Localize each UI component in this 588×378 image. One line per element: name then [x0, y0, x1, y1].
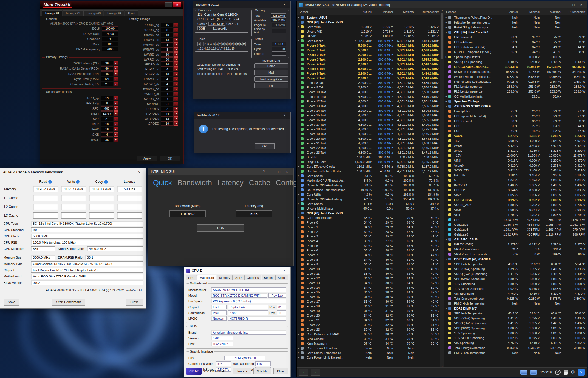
sensor-row[interactable]: E-core 15 Takt4,300.0 ...800.0 MHz4,301.…: [297, 113, 440, 118]
dropdown-arrow-icon[interactable]: ▼: [174, 57, 178, 62]
expand-icon[interactable]: ▶: [444, 56, 448, 58]
expand-icon[interactable]: ▶: [444, 16, 448, 19]
sensor-row[interactable]: CPU1,318 RPM478 RPM1,356 RPM1,126 RPM: [444, 217, 587, 222]
sensor-row[interactable]: ▶Core Effective Clocks130.3 MHz0.5 MHz5,…: [297, 164, 440, 169]
dropdown-arrow-icon[interactable]: ▼: [114, 111, 118, 116]
cpuz-titlebar[interactable]: CPU-Z — ×: [184, 267, 290, 274]
sensor-row[interactable]: Total Energieverbrauch0.625 W0.250 W5.87…: [444, 296, 587, 301]
sensor-row[interactable]: 3VSB_ATX3.424 V3.408 V3.424 V3.419 V: [444, 168, 587, 173]
sensor-row[interactable]: P-core 633 °C28 °C61 °C49 °C: [297, 248, 440, 253]
sensor-row[interactable]: Maximale CPU-/Thread-Au...5.4 %0.0 %100.…: [297, 178, 440, 183]
sensor-row[interactable]: PMIC High TemperaturNeinNeinNein: [444, 301, 587, 306]
sensor-row[interactable]: P-core 6 Takt2,900.0 ...800.0 MHz5,801.4…: [297, 71, 440, 76]
test-cell[interactable]: 5: [213, 42, 216, 46]
sse-selector[interactable]: SSE: [197, 26, 206, 30]
sensor-row[interactable]: VDDQ (SWB) Spannung1.410 V1.395 V1.410 V…: [444, 271, 587, 276]
sensor-row[interactable]: CPU31 °C27 °C63 °C44 °C: [444, 124, 587, 128]
sensor-row[interactable]: P-core 1 Takt5,500.0 ...800.0 MHz5,801.4…: [297, 48, 440, 52]
expand-icon[interactable]: ▼: [297, 40, 301, 42]
sensor-row[interactable]: E-core 2332 °C32 °C60 °C51 °C: [297, 327, 440, 332]
test-cell[interactable]: 6: [216, 42, 219, 46]
expand-icon[interactable]: ▼: [444, 258, 448, 260]
sensor-row[interactable]: SPD Hub Temperatur43.0 °C32.0 °C63.8 °C5…: [444, 262, 587, 267]
test-cell[interactable]: 4: [210, 42, 213, 46]
test-cell[interactable]: 10: [228, 42, 231, 46]
sensor-row[interactable]: VRM Vcore Strom21 A1 A131 A71 A: [444, 247, 587, 252]
sensor-row[interactable]: E-core 12 Takt4,300.0 ...800.0 MHz4,301.…: [297, 99, 440, 104]
sensor-row[interactable]: VTT1.040 V1.024 V1.040 V1.040 V: [444, 178, 587, 183]
sensor-scrollbar[interactable]: ▲ ▼: [440, 8, 444, 368]
close-button[interactable]: ×: [281, 113, 288, 117]
sensor-row[interactable]: ▶Core Power Limit Exceed...NeinNeinNein: [297, 355, 440, 360]
close-button[interactable]: ×: [281, 269, 288, 273]
sensor-row[interactable]: P-core 3 Takt2,900.0 ...800.0 MHz5,801.4…: [297, 57, 440, 62]
dropdown-arrow-icon[interactable]: ▼: [174, 38, 178, 42]
tab-about[interactable]: About: [125, 10, 138, 16]
sensor-row[interactable]: Total Energieverbrauch0.750 W0.375 W5.87…: [444, 345, 587, 350]
info-icon[interactable]: i: [104, 180, 108, 184]
close-button[interactable]: Close: [273, 368, 288, 374]
sensor-row[interactable]: E-core 18 Takt4,300.0 ...800.0 MHz4,301.…: [297, 127, 440, 131]
sensor-row[interactable]: PL1 Leistungsgrenze253.0 W253.0 W253.0 W…: [444, 84, 587, 89]
expand-icon[interactable]: ▶: [297, 347, 301, 349]
mlc-nav-cache[interactable]: Cache: [249, 179, 270, 187]
dropdown-arrow-icon[interactable]: ▼: [174, 82, 178, 86]
info-icon[interactable]: i: [48, 180, 52, 184]
mail-button[interactable]: Mail: [254, 70, 288, 75]
sensor-row[interactable]: CPU Gesamt37 °C34 °C75 °C53 °C: [444, 35, 587, 40]
dropdown-arrow-icon[interactable]: ▼: [114, 101, 118, 105]
sensor-row[interactable]: ▼Core Temperatures35 °C28 °C70 °C50 °C: [297, 215, 440, 220]
close-button[interactable]: ×: [281, 3, 288, 7]
sensor-row[interactable]: P-core 433 °C27 °C65 °C49 °C: [297, 239, 440, 243]
testmem5-titlebar[interactable]: TestMem5 v0.12 — ×: [193, 1, 290, 8]
aida64-titlebar[interactable]: AIDA64 Cache & Memory Benchmark ×: [0, 168, 146, 176]
sensor-row[interactable]: VIN21.056 V1.056 V1.056 V1.056 V: [444, 193, 587, 197]
sensor-row[interactable]: P-core 2 Takt2,900.0 ...800.0 MHz5,801.4…: [297, 52, 440, 57]
sensor-row[interactable]: AVSB3.424 V3.408 V3.424 V3.422 V: [444, 143, 587, 148]
sensor-row[interactable]: E-core 14 Takt2,200.0 ...800.0 MHz4,301.…: [297, 108, 440, 113]
expand-icon[interactable]: ▶: [297, 26, 301, 28]
sensor-row[interactable]: CPU GT-Kerne (Grafik)34 °C34 °C49 °C44 °…: [444, 45, 587, 50]
sensor-row[interactable]: ▶Core VIDs1.238 V0.739 V1.340 V1.125 V: [297, 24, 440, 29]
sensor-section-row[interactable]: ▶System: ASUS: [297, 15, 440, 20]
sensor-row[interactable]: E-core 21 Takt4,300.0 ...800.0 MHz4,301.…: [297, 141, 440, 145]
sensor-row[interactable]: ▶Core Ratios41.1 x8.0 x58.0 x38.4 x: [297, 201, 440, 206]
sensor-row[interactable]: 1.0V VOUT Spannung1.020 V0.975 V1.035 V1…: [444, 336, 587, 340]
sensor-row[interactable]: P-core 7 Takt2,900.0 ...800.0 MHz5,801.4…: [297, 76, 440, 80]
sensor-row[interactable]: On-Demand-Takt-Modulation100.0 %100.0 %1…: [297, 187, 440, 192]
start-benchmark-button[interactable]: Start Benchmark: [52, 299, 85, 306]
settings-gear-icon[interactable]: ⚙: [571, 370, 575, 374]
sensor-row[interactable]: ▶Spannungs-Offsets0.000 V0.000 V: [444, 55, 587, 59]
dropdown-arrow-icon[interactable]: ▼: [174, 121, 178, 126]
expand-icon[interactable]: ▶: [297, 203, 301, 205]
expand-icon[interactable]: ▶: [444, 26, 448, 28]
sensor-section-row[interactable]: ▼CPU [#0]: Intel Core i9-1...: [444, 30, 587, 35]
sensor-row[interactable]: +12V12.000 V11.904 V12.000 V11.975 V: [444, 153, 587, 158]
ok-button[interactable]: OK: [160, 156, 180, 161]
tab-timings-4[interactable]: Timings #4: [104, 10, 124, 16]
sensor-row[interactable]: P-core 5 Takt5,500.0 ...800.0 MHz5,801.4…: [297, 66, 440, 71]
expand-icon[interactable]: ▼: [444, 105, 448, 107]
minimize-button[interactable]: —: [272, 269, 280, 273]
sensor-row[interactable]: 3VCC3.312 V3.280 V3.328 V3.299 V: [444, 148, 587, 153]
sensor-row[interactable]: Durchschnittlicher effektiv...130.3 MHz4…: [297, 169, 440, 173]
sensor-row[interactable]: E-core 23 Takt4,300.0 ...800.0 MHz4,301.…: [297, 150, 440, 155]
sensor-row[interactable]: IVR TX VDDQ1.379 V0.122 V1.398 V1.373 V: [444, 242, 587, 247]
sensor-row[interactable]: CPU-IA-Kerne37 °C34 °C75 °C53 °C: [444, 40, 587, 45]
sensor-row[interactable]: E-core 1534 °C30 °C64 °C52 °C: [297, 290, 440, 294]
sensor-row[interactable]: Uncore Multiplikator45.0 x8.0 x50.0 x37.…: [297, 206, 440, 211]
test-number-strip[interactable]: 0123456789101112131415: [197, 42, 246, 46]
test-cell[interactable]: 3: [207, 42, 210, 46]
exit-button[interactable]: Exit: [254, 83, 288, 88]
test-cell[interactable]: 11: [231, 42, 234, 46]
expand-icon[interactable]: ▶: [297, 352, 301, 354]
test-cell[interactable]: 13: [237, 42, 240, 46]
test-cell[interactable]: 14: [240, 42, 243, 46]
sensor-row[interactable]: VCCIN_AUX1.808 V1.792 V1.808 V1.797 V: [444, 202, 587, 207]
dropdown-arrow-icon[interactable]: ▼: [114, 82, 118, 86]
sensor-column-headers[interactable]: Sensor Aktuell Minimal Maximal Durchschn…: [297, 8, 440, 15]
tab-about[interactable]: About: [275, 275, 288, 280]
expand-icon[interactable]: ▶: [297, 333, 301, 335]
sensor-row[interactable]: Ring/LLC Takt4,500.0 MHz800.0 MHz5,001.2…: [297, 159, 440, 164]
minimize-button[interactable]: —: [562, 3, 570, 7]
